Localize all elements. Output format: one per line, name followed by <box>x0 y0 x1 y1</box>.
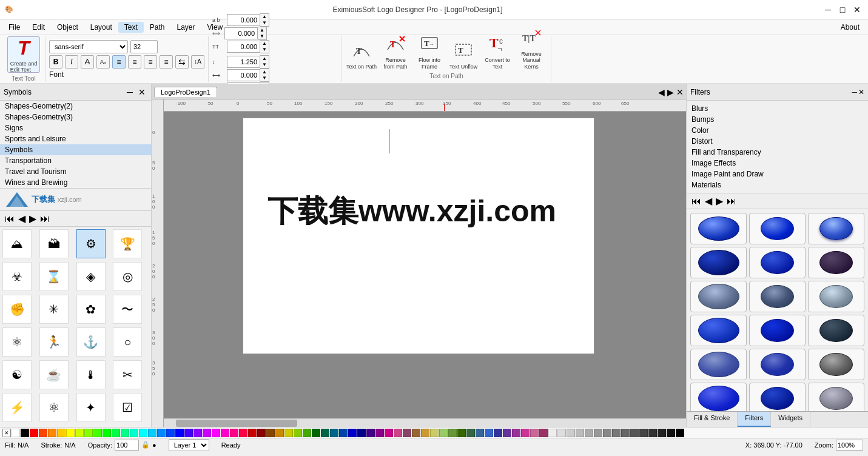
close-button[interactable]: ✕ <box>851 4 863 16</box>
zoom-input[interactable] <box>836 440 863 451</box>
tab-nav-right[interactable]: ▶ <box>667 87 674 97</box>
flow-into-frame-button[interactable]: T → Flow into Frame <box>414 30 445 70</box>
color-swatch[interactable] <box>576 429 584 437</box>
linespacing-input[interactable]: ▲▼ <box>227 55 269 69</box>
sym-prev-button[interactable]: ◀ <box>18 213 25 224</box>
color-swatch[interactable] <box>157 429 166 437</box>
menu-layout[interactable]: Layout <box>84 22 118 33</box>
sym-cat-transportation[interactable]: Transportation <box>0 155 151 166</box>
color-swatch-red[interactable] <box>30 429 38 437</box>
color-swatch[interactable] <box>630 429 639 437</box>
filter-cell-17[interactable] <box>749 383 806 411</box>
color-swatch[interactable] <box>239 429 247 437</box>
color-swatch[interactable] <box>193 429 202 437</box>
canvas-workspace[interactable]: 下载集www.xzji.com <box>164 112 686 427</box>
color-swatch[interactable] <box>658 429 666 437</box>
symbol-wave[interactable]: 〜 <box>113 295 142 324</box>
sym-cat-shapes2[interactable]: Shapes-Geometry(2) <box>0 101 151 112</box>
filter-cell-1[interactable] <box>690 213 747 244</box>
layer-select[interactable]: Layer 1 <box>169 439 209 451</box>
color-swatch[interactable] <box>494 429 502 437</box>
symbol-checkbox[interactable]: ☑ <box>113 393 142 422</box>
symbol-anchor[interactable]: ⚓ <box>76 327 106 357</box>
color-swatch[interactable] <box>212 429 220 437</box>
symbol-sun[interactable]: ✳ <box>39 295 69 324</box>
color-swatch[interactable] <box>148 429 156 437</box>
color-swatch[interactable] <box>139 429 147 437</box>
filter-prev-button[interactable]: ◀ <box>705 195 712 207</box>
text-tool-button[interactable]: T Create andEdit Text <box>7 36 40 73</box>
remove-manual-kerns-button[interactable]: T|T Remove Manual Kerns <box>516 24 547 70</box>
tab-nav-left[interactable]: ◀ <box>658 87 665 97</box>
text-direction-button[interactable]: ⇆ <box>175 55 189 69</box>
symbol-circle[interactable]: ○ <box>113 327 142 357</box>
color-swatch[interactable] <box>303 429 311 437</box>
color-swatch[interactable] <box>421 429 429 437</box>
color-swatch[interactable] <box>394 429 402 437</box>
color-swatch[interactable] <box>512 429 520 437</box>
color-swatch[interactable] <box>539 429 548 437</box>
filter-image-effects[interactable]: Image Effects <box>689 158 866 169</box>
sym-cat-symbols[interactable]: Symbols <box>0 144 151 155</box>
filter-cell-3[interactable] <box>808 213 864 244</box>
canvas-text[interactable]: 下载集www.xzji.com <box>267 191 556 232</box>
color-swatch[interactable] <box>430 429 439 437</box>
filter-cell-7[interactable] <box>690 281 747 312</box>
symbols-minimize-button[interactable]: ─ <box>124 87 135 98</box>
symbol-landscape[interactable]: 🏔 <box>39 229 69 258</box>
color-swatch[interactable] <box>439 429 448 437</box>
color-swatch[interactable] <box>166 429 175 437</box>
symbol-mountain[interactable]: ⛰ <box>2 229 32 258</box>
color-swatch[interactable] <box>621 429 630 437</box>
color-swatch[interactable] <box>312 429 320 437</box>
text-unflow-button[interactable]: T Text Unflow <box>448 37 479 70</box>
color-swatch[interactable] <box>112 429 120 437</box>
menu-text[interactable]: Text <box>118 22 144 33</box>
sym-prev-prev-button[interactable]: ⏮ <box>5 213 15 224</box>
color-swatch[interactable] <box>476 429 484 437</box>
italic-button[interactable]: I <box>65 55 78 69</box>
color-swatch[interactable] <box>75 429 84 437</box>
color-swatch[interactable] <box>667 429 675 437</box>
sym-cat-sports[interactable]: Sports and Leisure <box>0 133 151 144</box>
align-right-button[interactable]: ≡ <box>144 55 157 69</box>
menu-edit[interactable]: Edit <box>26 22 51 33</box>
filter-tab-fill-stroke[interactable]: Fill & Stroke <box>687 412 738 427</box>
filter-cell-8[interactable] <box>749 281 806 312</box>
symbol-person[interactable]: 🏃 <box>39 327 69 357</box>
strikethrough-button[interactable]: A <box>81 55 94 69</box>
menu-object[interactable]: Object <box>51 22 84 33</box>
color-swatch[interactable] <box>594 429 602 437</box>
menu-file[interactable]: File <box>2 22 26 33</box>
tab-nav-close[interactable]: ✕ <box>676 87 684 97</box>
color-swatch[interactable] <box>266 429 275 437</box>
filter-cell-11[interactable] <box>749 315 806 346</box>
symbol-atom[interactable]: ⚛ <box>39 393 69 422</box>
remove-from-path-button[interactable]: T Remove from Path <box>380 30 411 70</box>
color-swatch[interactable] <box>321 429 329 437</box>
text-vertical-button[interactable]: ↕A <box>191 55 204 69</box>
filter-distort[interactable]: Distort <box>689 136 866 147</box>
color-swatch[interactable] <box>294 429 302 437</box>
color-swatch[interactable] <box>330 429 338 437</box>
symbols-close-button[interactable]: ✕ <box>136 87 147 98</box>
sym-cat-wines[interactable]: Wines and Brewing <box>0 177 151 188</box>
canvas-scrollbar-thumb[interactable] <box>176 420 297 427</box>
color-swatch[interactable] <box>521 429 530 437</box>
color-swatch[interactable] <box>121 429 129 437</box>
kerning-input[interactable]: ▲▼ <box>224 27 267 40</box>
filter-cell-18[interactable] <box>808 383 864 411</box>
color-swatch[interactable] <box>357 429 366 437</box>
filter-cell-12[interactable] <box>808 315 864 346</box>
color-swatch[interactable] <box>93 429 102 437</box>
color-swatch[interactable] <box>48 429 56 437</box>
no-color-swatch[interactable]: ✕ <box>2 429 11 437</box>
color-swatch[interactable] <box>585 429 593 437</box>
color-swatch[interactable] <box>39 429 47 437</box>
sym-next-button[interactable]: ▶ <box>29 213 36 224</box>
filter-tab-filters[interactable]: Filters <box>738 412 771 427</box>
color-swatch[interactable] <box>648 429 657 437</box>
text-on-path-button[interactable]: T Text on Path <box>346 37 377 70</box>
color-swatch[interactable] <box>248 429 257 437</box>
color-swatch[interactable] <box>503 429 511 437</box>
